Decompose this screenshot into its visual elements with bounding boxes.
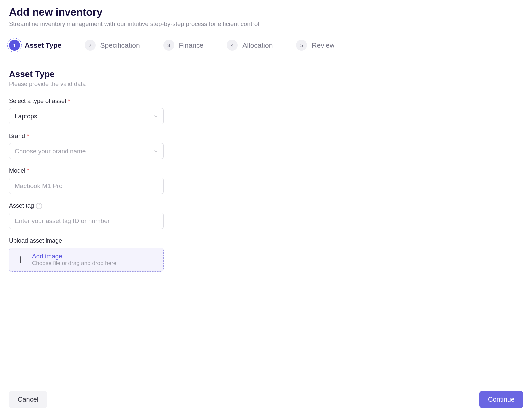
- step-connector: [278, 45, 291, 46]
- upload-label: Upload asset image: [9, 237, 164, 244]
- asset-type-select[interactable]: Laptops: [9, 108, 164, 124]
- brand-label: Brand *: [9, 133, 164, 140]
- plus-icon: [15, 255, 26, 265]
- upload-title: Add image: [32, 253, 116, 260]
- required-indicator: *: [27, 168, 29, 174]
- continue-button[interactable]: Continue: [479, 391, 523, 408]
- step-label: Specification: [100, 41, 140, 49]
- step-number: 4: [227, 40, 238, 51]
- cancel-button[interactable]: Cancel: [9, 391, 47, 408]
- info-icon[interactable]: i: [36, 203, 42, 209]
- asset-tag-label: Asset tag i: [9, 202, 164, 209]
- step-label: Finance: [179, 41, 204, 49]
- step-asset-type[interactable]: 1 Asset Type: [9, 40, 62, 51]
- step-number: 5: [296, 40, 307, 51]
- brand-select[interactable]: Choose your brand name: [9, 143, 164, 159]
- page-subtitle: Streamline inventory management with our…: [9, 20, 523, 28]
- page-title: Add new inventory: [9, 6, 523, 18]
- step-connector: [145, 45, 158, 46]
- step-connector: [67, 45, 79, 46]
- upload-dropzone[interactable]: Add image Choose file or drag and drop h…: [9, 248, 164, 272]
- asset-type-label: Select a type of asset *: [9, 98, 164, 105]
- upload-subtitle: Choose file or drag and drop here: [32, 260, 116, 267]
- required-indicator: *: [27, 133, 29, 139]
- step-label: Review: [312, 41, 334, 49]
- step-label: Asset Type: [25, 41, 62, 49]
- step-specification[interactable]: 2 Specification: [85, 40, 140, 51]
- step-number: 1: [9, 40, 20, 51]
- step-review[interactable]: 5 Review: [296, 40, 334, 51]
- step-finance[interactable]: 3 Finance: [163, 40, 204, 51]
- required-indicator: *: [68, 98, 70, 104]
- model-input[interactable]: [9, 178, 164, 194]
- step-allocation[interactable]: 4 Allocation: [227, 40, 273, 51]
- stepper: 1 Asset Type 2 Specification 3 Finance 4…: [9, 40, 523, 51]
- step-number: 3: [163, 40, 174, 51]
- model-label: Model *: [9, 167, 164, 174]
- step-number: 2: [85, 40, 96, 51]
- step-label: Allocation: [242, 41, 273, 49]
- section-title: Asset Type: [9, 69, 523, 79]
- footer: Cancel Continue: [9, 391, 523, 408]
- section-subtitle: Please provide the valid data: [9, 81, 523, 88]
- step-connector: [209, 45, 221, 46]
- asset-tag-input[interactable]: [9, 213, 164, 229]
